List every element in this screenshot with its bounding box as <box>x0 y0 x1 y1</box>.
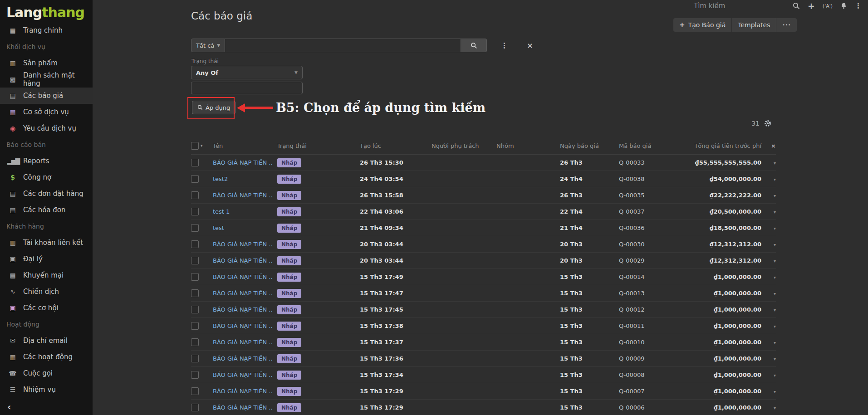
sidebar-item-invoice-document[interactable]: ▤Các hóa đơn <box>0 202 93 218</box>
row-actions-caret-icon[interactable]: ▾ <box>774 389 776 394</box>
search-icon[interactable] <box>793 2 800 10</box>
row-checkbox[interactable] <box>191 191 199 199</box>
quote-name-link[interactable]: BÁO GIÁ NẠP TIỀN ... <box>213 306 273 313</box>
sidebar-item-service-request-target[interactable]: ◉Yêu cầu dịch vụ <box>0 120 93 137</box>
row-actions-caret-icon[interactable]: ▾ <box>774 210 776 215</box>
quote-name-link[interactable]: BÁO GIÁ NẠP TIỀN ... <box>213 159 273 166</box>
templates-button[interactable]: Templates <box>732 18 776 32</box>
sidebar-item-dashboard-grid[interactable]: ▦Trang chính <box>0 22 93 39</box>
column-header-created[interactable]: Tạo lúc <box>355 142 427 149</box>
more-actions-button[interactable]: ••• <box>776 18 797 32</box>
row-checkbox[interactable] <box>191 240 199 248</box>
row-checkbox[interactable] <box>191 257 199 264</box>
row-checkbox[interactable] <box>191 208 199 215</box>
filter-operator-select[interactable]: Any Of▼ <box>191 66 303 79</box>
row-actions-caret-icon[interactable]: ▾ <box>774 226 776 231</box>
row-checkbox[interactable] <box>191 159 199 166</box>
quote-name-link[interactable]: BÁO GIÁ NẠP TIỀN ... <box>213 257 273 264</box>
app-logo[interactable]: Langthang <box>0 0 93 22</box>
row-checkbox[interactable] <box>191 371 199 379</box>
sidebar-item-task-list[interactable]: ☰Nhiệm vụ <box>0 381 93 398</box>
sidebar-item-item-list[interactable]: ▩Danh sách mặt hàng <box>0 71 93 88</box>
sidebar-item-product[interactable]: ▥Sản phẩm <box>0 55 93 71</box>
gear-icon[interactable] <box>764 120 771 127</box>
broadcast-icon[interactable]: ('A') <box>823 2 833 10</box>
row-actions-caret-icon[interactable]: ▾ <box>774 308 776 312</box>
sidebar-item-quote-document[interactable]: ▤Các báo giá <box>0 88 93 104</box>
quote-name-link[interactable]: test2 <box>213 176 228 182</box>
row-actions-caret-icon[interactable]: ▾ <box>774 340 776 345</box>
sidebar-item-dollar[interactable]: $Công nợ <box>0 169 93 186</box>
row-checkbox[interactable] <box>191 387 199 395</box>
quote-name-link[interactable]: BÁO GIÁ NẠP TIỀN ... <box>213 388 273 395</box>
column-remove-icon[interactable]: × <box>771 142 776 149</box>
sidebar-item-opportunity-card[interactable]: ▣Các cơ hội <box>0 300 93 316</box>
quote-name-link[interactable]: BÁO GIÁ NẠP TIỀN ... <box>213 273 273 280</box>
search-clear-icon[interactable]: × <box>527 41 533 50</box>
filter-value-input[interactable] <box>191 82 303 94</box>
row-checkbox[interactable] <box>191 175 199 183</box>
quote-name-link[interactable]: BÁO GIÁ NẠP TIỀN ... <box>213 322 273 329</box>
row-checkbox[interactable] <box>191 224 199 232</box>
row-actions-caret-icon[interactable]: ▾ <box>774 324 776 329</box>
create-quote-button[interactable]: +Tạo Báo giá <box>673 18 732 32</box>
sidebar-item-campaign-chart[interactable]: ∿Chiến dịch <box>0 283 93 300</box>
quote-name-link[interactable]: BÁO GIÁ NẠP TIỀN ... <box>213 404 273 411</box>
quote-name-link[interactable]: BÁO GIÁ NẠP TIỀN ... <box>213 290 273 297</box>
row-select-cell <box>191 306 208 313</box>
sidebar-item-calendar[interactable]: ▦Các hoạt động <box>0 349 93 365</box>
search-options-dots-icon[interactable]: ⋮ <box>500 41 508 50</box>
row-checkbox[interactable] <box>191 404 199 411</box>
column-header-name[interactable]: Tên <box>208 142 273 149</box>
quote-name-link[interactable]: BÁO GIÁ NẠP TIỀN ... <box>213 355 273 362</box>
sidebar-item-service-grid[interactable]: ▦Cơ sở dịch vụ <box>0 104 93 120</box>
add-icon[interactable]: + <box>808 2 815 10</box>
quote-name-link[interactable]: BÁO GIÁ NẠP TIỀN ... <box>213 371 273 378</box>
row-checkbox[interactable] <box>191 289 199 297</box>
row-checkbox[interactable] <box>191 306 199 313</box>
row-checkbox[interactable] <box>191 273 199 281</box>
topbar-menu-dots-icon[interactable]: ⋮ <box>855 2 862 10</box>
row-checkbox[interactable] <box>191 338 199 346</box>
sidebar-item-email-envelope[interactable]: ✉Địa chỉ email <box>0 332 93 349</box>
column-header-qdate[interactable]: Ngày báo giá <box>555 142 614 149</box>
notifications-bell-icon[interactable] <box>840 2 847 10</box>
row-actions-caret-icon[interactable]: ▾ <box>774 356 776 361</box>
quote-number-cell: Q-00012 <box>614 306 683 313</box>
quote-name-link[interactable]: BÁO GIÁ NẠP TIỀN ... <box>213 241 273 248</box>
quote-name-link[interactable]: BÁO GIÁ NẠP TIỀN ... <box>213 192 273 199</box>
sidebar-collapse-chevron-icon[interactable]: ‹ <box>7 401 11 412</box>
sidebar-item-agent-card[interactable]: ▣Đại lý <box>0 251 93 267</box>
row-actions-caret-icon[interactable]: ▾ <box>774 373 776 378</box>
row-checkbox[interactable] <box>191 355 199 362</box>
search-input[interactable] <box>225 39 461 52</box>
sidebar-item-order-document[interactable]: ▤Các đơn đặt hàng <box>0 186 93 202</box>
column-header-assigned[interactable]: Người phụ trách <box>427 142 492 149</box>
quote-name-link[interactable]: BÁO GIÁ NẠP TIỀN ... <box>213 339 273 346</box>
column-header-status[interactable]: Trạng thái <box>273 142 355 149</box>
table-row: BÁO GIÁ NẠP TIỀN ...Nháp15 Th3 17:4515 T… <box>191 302 776 318</box>
sidebar-item-promotion[interactable]: ▤Khuyến mại <box>0 267 93 283</box>
search-submit-button[interactable] <box>461 39 487 52</box>
row-checkbox[interactable] <box>191 322 199 330</box>
column-header-team[interactable]: Nhóm <box>492 142 555 149</box>
row-actions-caret-icon[interactable]: ▾ <box>774 161 776 166</box>
search-scope-button[interactable]: Tất cả▼ <box>191 39 225 52</box>
quote-name-link[interactable]: test <box>213 225 224 231</box>
sidebar-item-phone[interactable]: ☎Cuộc gọi <box>0 365 93 381</box>
select-all-checkbox[interactable] <box>191 142 199 150</box>
column-header-qnum[interactable]: Mã báo giá <box>614 142 683 149</box>
quote-name-link[interactable]: test 1 <box>213 208 230 215</box>
row-actions-caret-icon[interactable]: ▾ <box>774 291 776 296</box>
row-actions-caret-icon[interactable]: ▾ <box>774 405 776 410</box>
row-actions-caret-icon[interactable]: ▾ <box>774 193 776 198</box>
sidebar-item-bar-chart[interactable]: ▂▅▇Reports <box>0 153 93 169</box>
select-menu-caret-icon[interactable]: ▾ <box>201 143 203 148</box>
row-actions-caret-icon[interactable]: ▾ <box>774 242 776 247</box>
row-actions-caret-icon[interactable]: ▾ <box>774 177 776 182</box>
column-header-amount[interactable]: Tổng giá tiền trước phí <box>683 142 762 149</box>
sidebar-item-linked-accounts[interactable]: ▥Tài khoản liên kết <box>0 234 93 251</box>
global-search-label[interactable]: Tìm kiếm <box>694 2 725 10</box>
row-actions-caret-icon[interactable]: ▾ <box>774 275 776 280</box>
row-actions-caret-icon[interactable]: ▾ <box>774 259 776 264</box>
